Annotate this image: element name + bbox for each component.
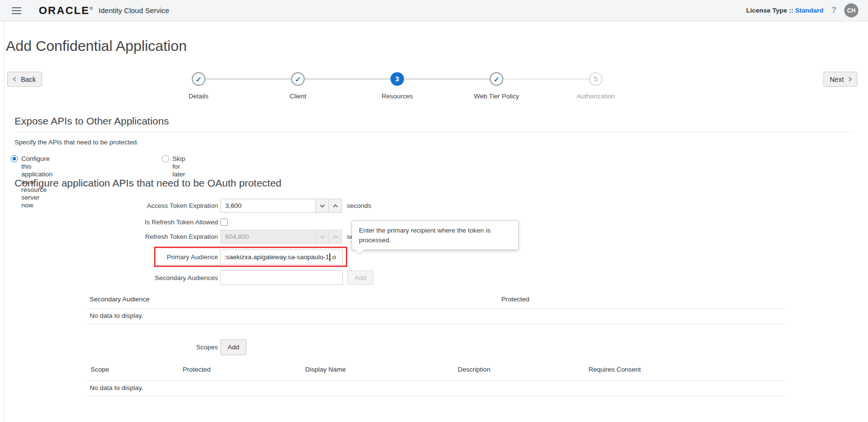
refresh-allowed-label: Is Refresh Token Allowed xyxy=(48,219,220,226)
secondary-audiences-label: Secondary Audiences xyxy=(48,274,220,281)
scope-table-header-description: Description xyxy=(458,366,491,373)
refresh-token-expiration-input[interactable]: 604,800 xyxy=(220,230,316,244)
step-active-number: 3 xyxy=(390,72,404,86)
next-button-label: Next xyxy=(830,76,844,83)
refresh-token-expiration-label: Refresh Token Expiration xyxy=(48,233,220,240)
access-token-unit: seconds xyxy=(347,202,371,209)
secondary-audiences-add-button[interactable]: Add xyxy=(347,270,373,285)
secondary-audiences-input[interactable] xyxy=(220,270,343,285)
secondary-audiences-row: Secondary Audiences Add xyxy=(0,270,373,285)
wizard-step-client[interactable]: ✓ Client xyxy=(259,72,337,100)
chevron-left-icon xyxy=(13,77,18,82)
oracle-logo: ORACLE® xyxy=(39,4,93,17)
license-type-label: License Type :: xyxy=(746,7,793,14)
chevron-down-icon xyxy=(320,203,325,207)
configure-apis-heading: Configure application APIs that need to … xyxy=(15,177,281,189)
refresh-token-expiration-stepper: 604,800 xyxy=(220,230,342,244)
refresh-token-expiration-row: Refresh Token Expiration 604,800 seconds xyxy=(0,230,371,244)
user-avatar[interactable]: CH xyxy=(844,3,858,17)
license-type: License Type :: Standard xyxy=(746,7,823,14)
section-divider xyxy=(15,132,853,132)
wizard-step-authorization[interactable]: 5 Authorization xyxy=(557,72,635,100)
back-button-label: Back xyxy=(21,76,36,83)
chevron-down-icon xyxy=(320,234,325,238)
wizard-step-details[interactable]: ✓ Details xyxy=(160,72,237,100)
help-icon[interactable]: ? xyxy=(831,5,837,16)
topbar-right-cluster: License Type :: Standard ? CH xyxy=(746,3,858,17)
radio-skip-for-later[interactable] xyxy=(162,155,169,162)
chevron-up-icon xyxy=(333,235,338,240)
secondary-table-empty-text: No data to display. xyxy=(90,312,143,319)
expose-apis-subtext: Specify the APIs that need to be protect… xyxy=(15,139,139,146)
top-bar: ORACLE® Identity Cloud Service License T… xyxy=(0,0,868,21)
page-content: Add Confidential Application Back Next ✓… xyxy=(0,21,868,422)
access-token-expiration-row: Access Token Expiration 3,600 seconds xyxy=(0,199,371,213)
refresh-allowed-checkbox[interactable] xyxy=(220,219,228,226)
chevron-up-icon xyxy=(333,204,338,209)
page-title: Add Confidential Application xyxy=(6,38,187,54)
scope-table-empty-text: No data to display. xyxy=(90,384,143,391)
secondary-table-header-protected: Protected xyxy=(501,296,529,303)
step-label-details: Details xyxy=(160,93,237,100)
refresh-allowed-row: Is Refresh Token Allowed xyxy=(0,218,228,226)
scope-table-header-requires-consent: Requires Consent xyxy=(589,366,641,373)
scopes-row: Scopes Add xyxy=(0,339,247,355)
primary-audience-row: Primary Audience :saekizxa.apigateway.sa… xyxy=(0,250,343,265)
scopes-add-button[interactable]: Add xyxy=(220,339,247,355)
step-complete-check-icon: ✓ xyxy=(192,72,205,86)
step-complete-check-icon: ✓ xyxy=(291,72,305,86)
app-window: ORACLE® Identity Cloud Service License T… xyxy=(0,0,868,422)
table-divider xyxy=(87,396,785,396)
table-divider xyxy=(87,324,785,324)
radio-skip-for-later-label: Skip for later xyxy=(172,155,185,178)
table-divider xyxy=(87,380,785,381)
spinner-up-button[interactable] xyxy=(329,199,342,213)
primary-audience-value-tail: .o xyxy=(330,253,336,261)
primary-audience-value: :saekizxa.apigateway.sa-saopaulo-1 xyxy=(224,253,329,261)
wizard-step-resources[interactable]: 3 Resources xyxy=(358,72,436,100)
access-token-expiration-stepper: 3,600 xyxy=(220,199,342,213)
primary-audience-tooltip: Enter the primary recipient where the to… xyxy=(352,220,519,250)
next-button[interactable]: Next xyxy=(823,72,857,87)
access-token-expiration-input[interactable]: 3,600 xyxy=(220,199,316,213)
step-label-web-tier-policy: Web Tier Policy xyxy=(458,93,535,100)
table-divider xyxy=(87,308,785,309)
back-button[interactable]: Back xyxy=(7,72,42,87)
hamburger-menu-icon[interactable] xyxy=(12,7,21,14)
expose-apis-heading: Expose APIs to Other Applications xyxy=(15,115,169,127)
scope-table-header-display-name: Display Name xyxy=(305,366,346,373)
step-label-resources: Resources xyxy=(358,93,436,100)
radio-configure-now[interactable] xyxy=(11,155,18,162)
spinner-up-button[interactable] xyxy=(329,230,342,244)
scope-table-header-protected: Protected xyxy=(183,366,211,373)
license-type-value[interactable]: Standard xyxy=(795,7,823,14)
spinner-down-button[interactable] xyxy=(316,230,329,244)
primary-audience-label: Primary Audience xyxy=(48,253,220,261)
step-future-number: 5 xyxy=(589,72,603,86)
step-complete-check-icon: ✓ xyxy=(490,72,503,86)
primary-audience-input[interactable]: :saekizxa.apigateway.sa-saopaulo-1.o xyxy=(220,250,343,265)
tooltip-text: Enter the primary recipient where the to… xyxy=(359,227,491,244)
step-label-authorization: Authorization xyxy=(557,93,635,100)
step-label-client: Client xyxy=(259,93,337,100)
chevron-right-icon xyxy=(847,77,852,82)
access-token-expiration-label: Access Token Expiration xyxy=(48,202,220,209)
product-name: Identity Cloud Service xyxy=(99,6,170,15)
secondary-table-header-audience: Secondary Audience xyxy=(90,296,150,303)
spinner-down-button[interactable] xyxy=(316,199,329,213)
wizard-step-web-tier-policy[interactable]: ✓ Web Tier Policy xyxy=(458,72,535,100)
scopes-label: Scopes xyxy=(48,344,220,351)
scope-table-header-scope: Scope xyxy=(91,366,109,373)
